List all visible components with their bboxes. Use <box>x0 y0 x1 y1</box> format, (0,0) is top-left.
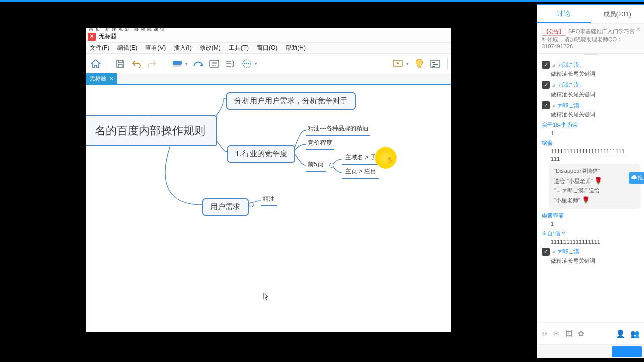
save-icon[interactable] <box>113 57 127 71</box>
check-icon: ✓ <box>542 61 550 69</box>
chat-message: 111111111111111111111111 <box>551 148 641 154</box>
svg-point-10 <box>244 63 246 65</box>
gift-message: "Disappear溢情猫"送给 "小星老师" 🌹"ロァ郎ご漠." 送给"小星老… <box>549 164 641 209</box>
leaf-home[interactable]: 主页 > 栏目 <box>342 167 379 179</box>
document-tab-label: 无标题 <box>90 75 106 82</box>
svg-rect-17 <box>433 64 438 65</box>
document-tab-strip: 无标题 ✕ <box>86 74 451 85</box>
chat-user[interactable]: ✓◢ァ郎ご漠. <box>542 61 641 69</box>
menu-file[interactable]: 文件(F) <box>86 44 113 52</box>
menu-modify[interactable]: 修改(M) <box>196 44 225 52</box>
node-root[interactable]: 名的百度内部操作规则 <box>86 115 217 146</box>
svg-rect-1 <box>173 65 182 67</box>
undo-icon[interactable] <box>129 57 143 71</box>
tab-members[interactable]: 成员(231) <box>591 5 645 23</box>
document-tab-close-icon[interactable]: ✕ <box>109 76 113 81</box>
svg-rect-0 <box>173 61 182 65</box>
chat-message: 111 <box>551 156 641 162</box>
send-strip <box>537 344 644 358</box>
svg-point-11 <box>246 63 248 65</box>
leaf-top5[interactable]: 前5页 <box>306 160 326 172</box>
menu-tools[interactable]: 工具(T) <box>225 44 253 52</box>
menu-insert[interactable]: 插入(I) <box>170 44 195 52</box>
fold-toggle[interactable] <box>249 202 254 207</box>
emoji-icon[interactable]: ☺ <box>541 329 548 338</box>
svg-rect-16 <box>432 62 435 63</box>
mindmap-canvas[interactable]: 名的百度内部操作规则 分析用户用户需求，分析竞争对手 1.行业的竞争度 用户需求… <box>86 85 451 332</box>
menu-view[interactable]: 查看(V) <box>141 44 170 52</box>
window-close-icon[interactable]: ✕ <box>88 33 96 41</box>
scissors-icon[interactable]: ✂ <box>553 329 560 338</box>
cloud-badge[interactable]: 拖 <box>629 172 644 184</box>
node-analyze[interactable]: 分析用户用户需求，分析竞争对手 <box>226 92 356 110</box>
relation-icon[interactable] <box>191 57 205 71</box>
people-icon[interactable]: 👥 <box>630 329 640 338</box>
chat-message: 做精油长尾关键词 <box>551 70 641 78</box>
menu-edit[interactable]: 编辑(E) <box>113 44 141 52</box>
leaf-domain[interactable]: 主域名 > 子域名 <box>342 153 391 165</box>
topic-dropdown-icon[interactable]: ▾ <box>185 61 189 66</box>
check-icon: ✓ <box>542 248 550 256</box>
svg-rect-18 <box>432 66 435 67</box>
svg-point-12 <box>248 63 250 65</box>
announcement: ✕ 【公告】SEO零基础推广入门学习资料领取，请加晓晓助理老师QQ：310749… <box>537 24 644 54</box>
topic-icon[interactable] <box>170 57 184 71</box>
check-icon: ✓ <box>542 81 550 89</box>
node-user-need[interactable]: 用户需求 <box>202 198 249 216</box>
home-icon[interactable] <box>89 57 103 71</box>
check-icon: ✓ <box>542 101 550 109</box>
chat-panel: 讨论 成员(231) ✕ 【公告】SEO零基础推广入门学习资料领取，请加晓晓助理… <box>537 4 644 358</box>
brainstorm-icon[interactable] <box>412 57 426 71</box>
chat-message: 1111111111111111 <box>551 239 641 245</box>
xmind-window: ✕ 无标题 文件(F) 编辑(E) 查看(V) 插入(I) 修改(M) 工具(T… <box>86 31 451 332</box>
chat-message: 做精油长尾关键词 <box>551 111 641 118</box>
present-dropdown-icon[interactable]: ▾ <box>406 61 410 66</box>
leaf-jy[interactable]: 精油 <box>261 195 277 206</box>
node-industry[interactable]: 1.行业的竞争度 <box>227 145 295 163</box>
more-icon[interactable] <box>239 57 254 71</box>
tab-discuss[interactable]: 讨论 <box>537 5 591 23</box>
rose-icon: 🌹 <box>594 177 602 185</box>
chat-user[interactable]: 雨昔霏霏 <box>542 212 641 219</box>
leaf-bid[interactable]: 竞价程度 <box>306 139 334 150</box>
fold-toggle[interactable] <box>329 163 334 168</box>
send-button[interactable] <box>612 346 642 357</box>
gantt-icon[interactable] <box>428 57 442 71</box>
boundary-icon[interactable] <box>207 57 221 71</box>
level-icon: ◢ <box>552 63 555 67</box>
chat-user[interactable]: ✓◢ァ郎ご漠. <box>542 248 641 256</box>
announcement-close-icon[interactable]: ✕ <box>636 26 641 33</box>
rose-icon: 🌹 <box>582 196 590 204</box>
summary-icon[interactable] <box>223 57 237 71</box>
present-icon[interactable] <box>391 57 405 71</box>
window-title-bar: ✕ 无标题 <box>86 31 451 43</box>
menu-bar: 文件(F) 编辑(E) 查看(V) 插入(I) 修改(M) 工具(T) 窗口(O… <box>86 43 451 54</box>
image-icon[interactable]: 🖼 <box>565 329 573 338</box>
flower-icon[interactable]: ✿ <box>578 329 584 338</box>
chat-user[interactable]: ※自*信￥ <box>542 230 641 237</box>
menu-help[interactable]: 帮助(H) <box>281 44 310 52</box>
announcement-tag: 【公告】 <box>542 28 566 36</box>
tool-bar: ▾ ▾ ▾ <box>86 54 451 74</box>
chat-message: 1 <box>551 130 641 136</box>
more-dropdown-icon[interactable]: ▾ <box>255 61 259 66</box>
chat-message: 1 <box>551 221 641 227</box>
menu-window[interactable]: 窗口(O) <box>253 44 281 52</box>
chat-user[interactable]: ✓◢ァ郎ご漠. <box>542 101 641 109</box>
window-title: 无标题 <box>99 32 117 41</box>
person-icon[interactable]: 👤 <box>616 329 625 338</box>
leaf-brand[interactable]: 精油---各种品牌的精油 <box>306 124 370 136</box>
chat-toolbar: ☺ ✂ 🖼 ✿ 👤 👥 <box>537 322 644 344</box>
chat-message: 做精油长尾关键词 <box>551 257 641 265</box>
chat-message: 做精油长尾关键词 <box>551 90 641 98</box>
level-icon: ◢ <box>552 103 555 108</box>
chat-user[interactable]: 实干18-李为荣 <box>542 121 641 129</box>
level-icon: ◢ <box>552 249 555 254</box>
arrow-cursor-icon <box>263 293 268 301</box>
chat-message-list[interactable]: 拖 ✓◢ァ郎ご漠.做精油长尾关键词✓◢ァ郎ご漠.做精油长尾关键词✓◢ァ郎ご漠.做… <box>537 56 644 322</box>
chat-user[interactable]: 锅盖 <box>542 139 641 147</box>
redo-icon[interactable] <box>145 57 159 71</box>
chat-tabs: 讨论 成员(231) <box>537 5 644 24</box>
document-tab[interactable]: 无标题 ✕ <box>86 73 117 84</box>
chat-user[interactable]: ✓◢ァ郎ご漠. <box>542 81 641 89</box>
